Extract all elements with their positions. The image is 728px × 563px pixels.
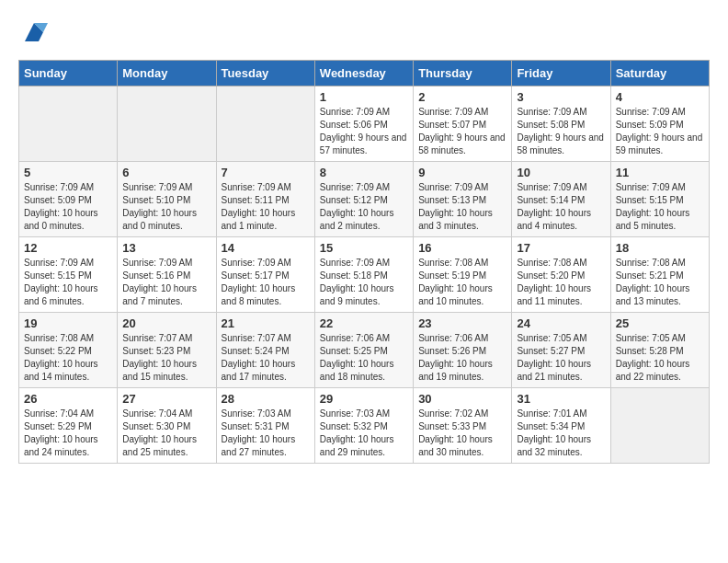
weekday-header: Wednesday xyxy=(314,61,413,86)
calendar-week-row: 19Sunrise: 7:08 AMSunset: 5:22 PMDayligh… xyxy=(19,313,710,388)
calendar-day-cell: 21Sunrise: 7:07 AMSunset: 5:24 PMDayligh… xyxy=(216,313,314,388)
calendar-day-cell: 22Sunrise: 7:06 AMSunset: 5:25 PMDayligh… xyxy=(314,313,413,388)
day-number: 1 xyxy=(320,90,408,104)
calendar-day-cell: 16Sunrise: 7:08 AMSunset: 5:19 PMDayligh… xyxy=(414,237,512,313)
day-info: Sunrise: 7:03 AMSunset: 5:31 PMDaylight:… xyxy=(222,408,310,459)
day-number: 17 xyxy=(517,241,605,255)
day-info: Sunrise: 7:08 AMSunset: 5:19 PMDaylight:… xyxy=(418,257,506,308)
calendar-day-cell: 31Sunrise: 7:01 AMSunset: 5:34 PMDayligh… xyxy=(512,388,610,464)
day-info: Sunrise: 7:09 AMSunset: 5:06 PMDaylight:… xyxy=(320,106,408,157)
day-info: Sunrise: 7:04 AMSunset: 5:30 PMDaylight:… xyxy=(122,408,210,459)
day-number: 28 xyxy=(222,392,310,406)
day-info: Sunrise: 7:09 AMSunset: 5:15 PMDaylight:… xyxy=(24,257,112,308)
day-info: Sunrise: 7:06 AMSunset: 5:25 PMDaylight:… xyxy=(320,332,408,384)
day-number: 12 xyxy=(24,241,112,255)
day-info: Sunrise: 7:04 AMSunset: 5:29 PMDaylight:… xyxy=(24,408,112,459)
calendar-day-cell: 1Sunrise: 7:09 AMSunset: 5:06 PMDaylight… xyxy=(314,86,413,162)
calendar-day-cell: 3Sunrise: 7:09 AMSunset: 5:08 PMDaylight… xyxy=(512,86,610,162)
day-info: Sunrise: 7:09 AMSunset: 5:18 PMDaylight:… xyxy=(320,257,408,308)
day-info: Sunrise: 7:09 AMSunset: 5:16 PMDaylight:… xyxy=(122,257,210,308)
day-info: Sunrise: 7:09 AMSunset: 5:08 PMDaylight:… xyxy=(517,106,605,157)
day-number: 29 xyxy=(320,392,408,406)
calendar-day-cell xyxy=(19,86,118,162)
day-info: Sunrise: 7:09 AMSunset: 5:12 PMDaylight:… xyxy=(320,181,408,233)
calendar-day-cell: 2Sunrise: 7:09 AMSunset: 5:07 PMDaylight… xyxy=(414,86,512,162)
day-info: Sunrise: 7:09 AMSunset: 5:07 PMDaylight:… xyxy=(418,106,506,157)
day-number: 15 xyxy=(320,241,408,255)
calendar-day-cell: 23Sunrise: 7:06 AMSunset: 5:26 PMDayligh… xyxy=(414,313,512,388)
day-number: 16 xyxy=(418,241,506,255)
calendar-day-cell: 6Sunrise: 7:09 AMSunset: 5:10 PMDaylight… xyxy=(118,162,216,237)
day-number: 18 xyxy=(616,241,704,255)
calendar-week-row: 12Sunrise: 7:09 AMSunset: 5:15 PMDayligh… xyxy=(19,237,710,313)
weekday-header-row: SundayMondayTuesdayWednesdayThursdayFrid… xyxy=(19,61,710,86)
logo-icon xyxy=(20,18,48,46)
day-info: Sunrise: 7:02 AMSunset: 5:33 PMDaylight:… xyxy=(418,408,506,459)
calendar-week-row: 5Sunrise: 7:09 AMSunset: 5:09 PMDaylight… xyxy=(19,162,710,237)
day-info: Sunrise: 7:03 AMSunset: 5:32 PMDaylight:… xyxy=(320,408,408,459)
calendar-day-cell: 9Sunrise: 7:09 AMSunset: 5:13 PMDaylight… xyxy=(414,162,512,237)
day-info: Sunrise: 7:01 AMSunset: 5:34 PMDaylight:… xyxy=(517,408,605,459)
day-number: 10 xyxy=(517,166,605,179)
day-info: Sunrise: 7:07 AMSunset: 5:23 PMDaylight:… xyxy=(122,332,210,384)
calendar-day-cell: 15Sunrise: 7:09 AMSunset: 5:18 PMDayligh… xyxy=(314,237,413,313)
calendar-table: SundayMondayTuesdayWednesdayThursdayFrid… xyxy=(18,60,710,464)
day-info: Sunrise: 7:07 AMSunset: 5:24 PMDaylight:… xyxy=(222,332,310,384)
calendar-day-cell: 13Sunrise: 7:09 AMSunset: 5:16 PMDayligh… xyxy=(118,237,216,313)
calendar-day-cell: 24Sunrise: 7:05 AMSunset: 5:27 PMDayligh… xyxy=(512,313,610,388)
day-info: Sunrise: 7:09 AMSunset: 5:13 PMDaylight:… xyxy=(418,181,506,233)
calendar-day-cell: 7Sunrise: 7:09 AMSunset: 5:11 PMDaylight… xyxy=(216,162,314,237)
day-number: 23 xyxy=(418,316,506,330)
calendar-day-cell xyxy=(216,86,314,162)
weekday-header: Saturday xyxy=(610,61,709,86)
day-info: Sunrise: 7:08 AMSunset: 5:22 PMDaylight:… xyxy=(24,332,112,384)
day-info: Sunrise: 7:09 AMSunset: 5:14 PMDaylight:… xyxy=(517,181,605,233)
calendar-day-cell: 10Sunrise: 7:09 AMSunset: 5:14 PMDayligh… xyxy=(512,162,610,237)
day-info: Sunrise: 7:09 AMSunset: 5:15 PMDaylight:… xyxy=(616,181,704,233)
calendar-day-cell: 29Sunrise: 7:03 AMSunset: 5:32 PMDayligh… xyxy=(314,388,413,464)
day-info: Sunrise: 7:09 AMSunset: 5:11 PMDaylight:… xyxy=(222,181,310,233)
day-number: 19 xyxy=(24,316,112,330)
logo xyxy=(18,18,48,51)
day-number: 5 xyxy=(24,166,112,179)
calendar-day-cell: 11Sunrise: 7:09 AMSunset: 5:15 PMDayligh… xyxy=(610,162,709,237)
day-info: Sunrise: 7:06 AMSunset: 5:26 PMDaylight:… xyxy=(418,332,506,384)
day-number: 6 xyxy=(122,166,210,179)
day-info: Sunrise: 7:05 AMSunset: 5:27 PMDaylight:… xyxy=(517,332,605,384)
calendar-day-cell: 25Sunrise: 7:05 AMSunset: 5:28 PMDayligh… xyxy=(610,313,709,388)
day-number: 7 xyxy=(222,166,310,179)
calendar-day-cell: 20Sunrise: 7:07 AMSunset: 5:23 PMDayligh… xyxy=(118,313,216,388)
calendar-day-cell: 28Sunrise: 7:03 AMSunset: 5:31 PMDayligh… xyxy=(216,388,314,464)
calendar-day-cell: 26Sunrise: 7:04 AMSunset: 5:29 PMDayligh… xyxy=(19,388,118,464)
day-number: 13 xyxy=(122,241,210,255)
weekday-header: Monday xyxy=(118,61,216,86)
calendar-day-cell xyxy=(118,86,216,162)
day-number: 25 xyxy=(616,316,704,330)
day-number: 24 xyxy=(517,316,605,330)
day-number: 3 xyxy=(517,90,605,104)
day-number: 22 xyxy=(320,316,408,330)
page-header xyxy=(18,18,710,51)
day-info: Sunrise: 7:05 AMSunset: 5:28 PMDaylight:… xyxy=(616,332,704,384)
day-number: 30 xyxy=(418,392,506,406)
day-number: 9 xyxy=(418,166,506,179)
calendar-day-cell: 30Sunrise: 7:02 AMSunset: 5:33 PMDayligh… xyxy=(414,388,512,464)
day-number: 4 xyxy=(616,90,704,104)
day-number: 31 xyxy=(517,392,605,406)
calendar-week-row: 26Sunrise: 7:04 AMSunset: 5:29 PMDayligh… xyxy=(19,388,710,464)
day-number: 11 xyxy=(616,166,704,179)
weekday-header: Thursday xyxy=(414,61,512,86)
calendar-day-cell: 12Sunrise: 7:09 AMSunset: 5:15 PMDayligh… xyxy=(19,237,118,313)
day-info: Sunrise: 7:08 AMSunset: 5:21 PMDaylight:… xyxy=(616,257,704,308)
calendar-day-cell: 8Sunrise: 7:09 AMSunset: 5:12 PMDaylight… xyxy=(314,162,413,237)
day-number: 14 xyxy=(222,241,310,255)
day-number: 21 xyxy=(222,316,310,330)
day-info: Sunrise: 7:09 AMSunset: 5:10 PMDaylight:… xyxy=(122,181,210,233)
calendar-day-cell: 14Sunrise: 7:09 AMSunset: 5:17 PMDayligh… xyxy=(216,237,314,313)
day-info: Sunrise: 7:08 AMSunset: 5:20 PMDaylight:… xyxy=(517,257,605,308)
calendar-day-cell: 17Sunrise: 7:08 AMSunset: 5:20 PMDayligh… xyxy=(512,237,610,313)
day-number: 8 xyxy=(320,166,408,179)
calendar-day-cell: 4Sunrise: 7:09 AMSunset: 5:09 PMDaylight… xyxy=(610,86,709,162)
day-info: Sunrise: 7:09 AMSunset: 5:09 PMDaylight:… xyxy=(616,106,704,157)
calendar-day-cell: 27Sunrise: 7:04 AMSunset: 5:30 PMDayligh… xyxy=(118,388,216,464)
